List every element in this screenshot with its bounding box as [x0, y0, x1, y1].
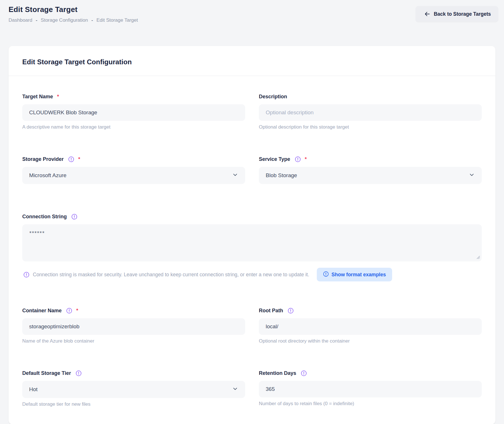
target-name-label-text: Target Name — [22, 94, 53, 100]
info-icon[interactable] — [66, 308, 72, 314]
service-type-value: Blob Storage — [266, 172, 297, 179]
connection-string-label-text: Connection String — [22, 214, 67, 220]
form-row-container-rootpath: Container Name * Name of the Azure blob … — [22, 308, 482, 344]
breadcrumb-separator: - — [91, 17, 93, 23]
connection-string-textarea-wrap: ****** — [22, 224, 482, 263]
root-path-input[interactable] — [259, 318, 482, 335]
card-header: Edit Storage Target Configuration — [9, 46, 495, 76]
description-label-text: Description — [259, 94, 287, 100]
retention-days-help: Number of days to retain files (0 = inde… — [259, 401, 482, 407]
back-button-label: Back to Storage Targets — [434, 11, 491, 17]
target-name-field: Target Name * A descriptive name for thi… — [22, 94, 245, 130]
target-name-input[interactable] — [22, 104, 245, 121]
info-icon[interactable] — [295, 156, 301, 162]
service-type-label-text: Service Type — [259, 156, 290, 162]
description-help: Optional description for this storage ta… — [259, 124, 482, 130]
storage-provider-field: Storage Provider * Microsoft Azure — [22, 156, 245, 184]
info-icon[interactable] — [71, 214, 77, 220]
container-name-input[interactable] — [22, 318, 245, 335]
root-path-help: Optional root directory within the conta… — [259, 338, 482, 344]
required-asterisk: * — [78, 156, 80, 162]
chevron-down-icon — [232, 172, 238, 179]
card-heading: Edit Storage Target Configuration — [22, 58, 482, 66]
retention-days-label-text: Retention Days — [259, 370, 296, 376]
info-icon[interactable] — [288, 308, 294, 314]
page-header: Edit Storage Target Dashboard - Storage … — [0, 0, 504, 23]
container-name-label-text: Container Name — [22, 308, 62, 314]
target-name-help: A descriptive name for this storage targ… — [22, 124, 245, 130]
arrow-left-icon — [424, 11, 430, 17]
show-format-examples-button[interactable]: Show format examples — [317, 268, 392, 281]
description-input[interactable] — [259, 104, 482, 121]
card-body: Target Name * A descriptive name for thi… — [9, 76, 495, 424]
retention-days-input[interactable] — [259, 381, 482, 397]
storage-provider-select[interactable]: Microsoft Azure — [22, 167, 245, 184]
service-type-label: Service Type * — [259, 156, 482, 162]
resize-handle-icon[interactable] — [477, 255, 480, 260]
breadcrumb-item-edit-storage-target: Edit Storage Target — [96, 17, 138, 23]
form-row-name-description: Target Name * A descriptive name for thi… — [22, 94, 482, 130]
info-icon — [323, 271, 329, 278]
show-format-examples-label: Show format examples — [332, 272, 386, 278]
breadcrumb-item-dashboard[interactable]: Dashboard — [9, 17, 32, 23]
form-row-tier-retention: Default Storage Tier Hot Default storage… — [22, 370, 482, 407]
description-field: Description Optional description for thi… — [259, 94, 482, 130]
container-name-help: Name of the Azure blob container — [22, 338, 245, 344]
chevron-down-icon — [232, 386, 238, 393]
connection-string-note-text: Connection string is masked for security… — [33, 272, 309, 278]
required-asterisk: * — [57, 94, 59, 100]
connection-string-note-row: Connection string is masked for security… — [22, 268, 482, 281]
info-icon[interactable] — [68, 156, 74, 162]
storage-provider-label: Storage Provider * — [22, 156, 245, 162]
connection-string-label: Connection String — [22, 214, 482, 220]
root-path-field: Root Path Optional root directory within… — [259, 308, 482, 344]
default-storage-tier-label-text: Default Storage Tier — [22, 370, 71, 376]
default-storage-tier-select[interactable]: Hot — [22, 381, 245, 398]
default-storage-tier-value: Hot — [29, 386, 38, 393]
info-icon[interactable] — [76, 370, 82, 376]
default-storage-tier-label: Default Storage Tier — [22, 370, 245, 376]
required-asterisk: * — [305, 156, 307, 162]
info-icon — [23, 272, 29, 278]
default-storage-tier-field: Default Storage Tier Hot Default storage… — [22, 370, 245, 407]
service-type-field: Service Type * Blob Storage — [259, 156, 482, 184]
form-row-provider-service: Storage Provider * Microsoft Azure Servi… — [22, 156, 482, 184]
required-asterisk: * — [76, 308, 78, 314]
description-label: Description — [259, 94, 482, 100]
root-path-label: Root Path — [259, 308, 482, 314]
breadcrumb-separator: - — [36, 17, 37, 23]
storage-provider-value: Microsoft Azure — [29, 172, 66, 179]
container-name-field: Container Name * Name of the Azure blob … — [22, 308, 245, 344]
retention-days-label: Retention Days — [259, 370, 482, 376]
service-type-select[interactable]: Blob Storage — [259, 167, 482, 184]
edit-storage-target-card: Edit Storage Target Configuration Target… — [9, 46, 495, 424]
connection-string-field: Connection String ****** Connection stri… — [22, 214, 482, 281]
chevron-down-icon — [469, 172, 475, 179]
info-icon[interactable] — [301, 370, 307, 376]
default-storage-tier-help: Default storage tier for new files — [22, 401, 245, 407]
back-to-storage-targets-button[interactable]: Back to Storage Targets — [416, 6, 498, 22]
retention-days-field: Retention Days Number of days to retain … — [259, 370, 482, 407]
target-name-label: Target Name * — [22, 94, 245, 100]
storage-provider-label-text: Storage Provider — [22, 156, 64, 162]
container-name-label: Container Name * — [22, 308, 245, 314]
connection-string-textarea[interactable]: ****** — [22, 224, 482, 261]
root-path-label-text: Root Path — [259, 308, 283, 314]
breadcrumb-item-storage-configuration[interactable]: Storage Configuration — [41, 17, 88, 23]
